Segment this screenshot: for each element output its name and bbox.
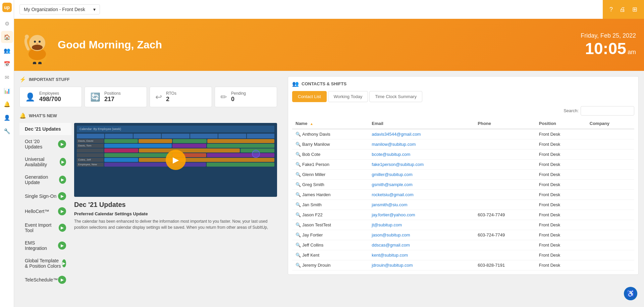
- play-button[interactable]: ▶: [166, 150, 186, 170]
- contact-phone: [474, 180, 535, 190]
- contact-name: 🔍Jason TestTest: [292, 220, 368, 230]
- table-row[interactable]: 🔍Jason TestTest jt@subitup.com Front Des…: [292, 220, 634, 230]
- table-row[interactable]: 🔍Jay Fortier jason@subitup.com 603-724-7…: [292, 230, 634, 240]
- email-link[interactable]: jdrouin@subitup.com: [372, 263, 413, 268]
- contact-phone: [474, 200, 535, 210]
- svg-point-4: [34, 41, 36, 43]
- table-row[interactable]: 🔍James Harden rocketsiu@gmail.com Front …: [292, 190, 634, 200]
- help-icon[interactable]: ?: [609, 6, 613, 13]
- bolt-icon: ⚡: [19, 76, 26, 83]
- contact-company: [586, 180, 634, 190]
- contact-phone: [474, 220, 535, 230]
- stats-row: 👤 Employees 498/700 🔄 Positions 217 ↩: [19, 87, 277, 107]
- email-link[interactable]: jason@subitup.com: [372, 232, 410, 237]
- tab-working-today[interactable]: Working Today: [328, 91, 368, 102]
- sidebar-item-calendar[interactable]: 📅: [1, 58, 13, 70]
- svg-rect-8: [33, 62, 36, 64]
- contact-name: 🔍Jeff Kent: [292, 250, 368, 260]
- contact-phone: [474, 170, 535, 180]
- search-person-icon: 🔍: [296, 142, 301, 147]
- pending-value: 0: [231, 96, 246, 103]
- email-link[interactable]: gsmith@sample.com: [372, 182, 413, 187]
- employees-value: 498/700: [39, 96, 61, 103]
- col-name: Name ▲: [292, 118, 368, 129]
- table-row[interactable]: 🔍Bob Cote bcote@subitup.com Front Desk: [292, 149, 634, 160]
- contact-phone: [474, 250, 535, 260]
- rtos-value: 2: [166, 96, 176, 103]
- contact-phone: [474, 129, 535, 139]
- sidebar-item-messages[interactable]: ✉: [1, 71, 13, 83]
- table-row[interactable]: 🔍Anthony Davis adavis34544@gmail.com Fro…: [292, 129, 634, 139]
- important-stuff-header: ⚡ IMPORTANT STUFF: [19, 76, 277, 83]
- contact-company: [586, 230, 634, 240]
- accessibility-button[interactable]: ♿: [624, 287, 637, 300]
- stat-rtos: ↩ RTOs 2: [150, 87, 212, 107]
- pending-info: Pending 0: [231, 91, 246, 103]
- topbar: My Organization - Front Desk ▾ ? 🖨 ⊞: [14, 0, 644, 19]
- email-link[interactable]: jt@subitup.com: [372, 222, 402, 227]
- contact-position: Front Desk: [536, 200, 586, 210]
- mascot-image: [22, 26, 52, 64]
- tab-time-clock-summary[interactable]: Time Clock Summary: [369, 91, 422, 102]
- table-row[interactable]: 🔍Jeff Collins ddscas@gmail.com Front Des…: [292, 240, 634, 250]
- table-row[interactable]: 🔍Barry Manilow manilow@subitup.com Front…: [292, 139, 634, 149]
- list-item[interactable]: Global Template & Position Colors ▶: [19, 255, 71, 272]
- email-link[interactable]: kent@subitup.com: [372, 253, 408, 258]
- email-link[interactable]: jansmith@siu.com: [372, 202, 407, 207]
- sidebar-item-tools[interactable]: 🔧: [1, 125, 13, 137]
- email-link[interactable]: bcote@subitup.com: [372, 152, 410, 157]
- search-person-icon: 🔍: [296, 192, 301, 197]
- list-item[interactable]: Oct '20 Updates ▶: [19, 135, 71, 153]
- greeting-text: Good Morning, Zach: [58, 39, 162, 51]
- search-person-icon: 🔍: [296, 263, 301, 268]
- list-item[interactable]: Universal Availability ▶: [19, 153, 71, 171]
- employees-icon: 👤: [25, 92, 35, 102]
- print-icon[interactable]: 🖨: [620, 6, 626, 13]
- email-link[interactable]: gmiller@subitup.com: [372, 172, 413, 177]
- table-row[interactable]: 🔍Jason F22 jay.fortier@yahoo.com 603-724…: [292, 210, 634, 220]
- contact-name: 🔍Jan Smith: [292, 200, 368, 210]
- table-row[interactable]: 🔍Glenn Miller gmiller@subitup.com Front …: [292, 170, 634, 180]
- positions-label: Positions: [104, 91, 121, 96]
- list-item[interactable]: Generation Update ▶: [19, 171, 71, 189]
- email-link[interactable]: manilow@subitup.com: [372, 142, 416, 147]
- table-row[interactable]: 🔍Jan Smith jansmith@siu.com Front Desk: [292, 200, 634, 210]
- list-item[interactable]: Single Sign-On ▶: [19, 189, 71, 204]
- contact-phone: 603-724-7749: [474, 230, 535, 240]
- email-link[interactable]: ddscas@gmail.com: [372, 243, 410, 248]
- sidebar-item-profile[interactable]: 👤: [1, 112, 13, 124]
- search-input[interactable]: [581, 106, 634, 116]
- sidebar-item-reports[interactable]: 📊: [1, 85, 13, 97]
- sidebar: up ⚙ 🏠 👥 📅 ✉ 📊 🔔 👤 🔧: [0, 0, 14, 307]
- arrow-icon: ▶: [60, 158, 66, 166]
- org-selector[interactable]: My Organization - Front Desk ▾: [19, 4, 100, 14]
- contact-position: Front Desk: [536, 260, 586, 270]
- video-preview[interactable]: Calendar: By Employee (week): [74, 123, 277, 197]
- list-item[interactable]: HelloCert™ ▶: [19, 204, 71, 219]
- tab-contact-list[interactable]: Contact List: [292, 91, 327, 102]
- email-link[interactable]: jay.fortier@yahoo.com: [372, 212, 415, 217]
- email-link[interactable]: fake1person@subitup.com: [372, 162, 424, 167]
- table-row[interactable]: 🔍Fake1 Person fake1person@subitup.com Fr…: [292, 160, 634, 170]
- email-link[interactable]: adavis34544@gmail.com: [372, 132, 421, 137]
- contact-position: Front Desk: [536, 139, 586, 149]
- grid-icon[interactable]: ⊞: [632, 6, 637, 13]
- list-item[interactable]: TeleSchedule™ ▶: [19, 272, 71, 288]
- list-item[interactable]: EMS Integration ▶: [19, 237, 71, 255]
- search-person-icon: 🔍: [296, 202, 301, 207]
- sidebar-item-notifications[interactable]: 🔔: [1, 98, 13, 110]
- table-header: Name ▲ Email Phone Position Company: [292, 118, 634, 129]
- sidebar-item-home[interactable]: 🏠: [1, 31, 13, 43]
- sidebar-item-team[interactable]: 👥: [1, 44, 13, 56]
- app-logo[interactable]: up: [2, 3, 12, 12]
- list-item[interactable]: Event Import Tool ▶: [19, 219, 71, 237]
- table-row[interactable]: 🔍Jeff Kent kent@subitup.com Front Desk: [292, 250, 634, 260]
- email-link[interactable]: rocketsiu@gmail.com: [372, 192, 413, 197]
- list-item[interactable]: Dec '21 Updates: [19, 123, 71, 135]
- employees-label: Employees: [39, 91, 61, 96]
- table-row[interactable]: 🔍Greg Smith gsmith@sample.com Front Desk: [292, 180, 634, 190]
- sidebar-item-settings[interactable]: ⚙: [1, 17, 13, 30]
- org-name: My Organization - Front Desk: [24, 7, 85, 12]
- table-row[interactable]: 🔍Jeremy Drouin jdrouin@subitup.com 603-8…: [292, 260, 634, 270]
- arrow-icon: ▶: [58, 192, 66, 200]
